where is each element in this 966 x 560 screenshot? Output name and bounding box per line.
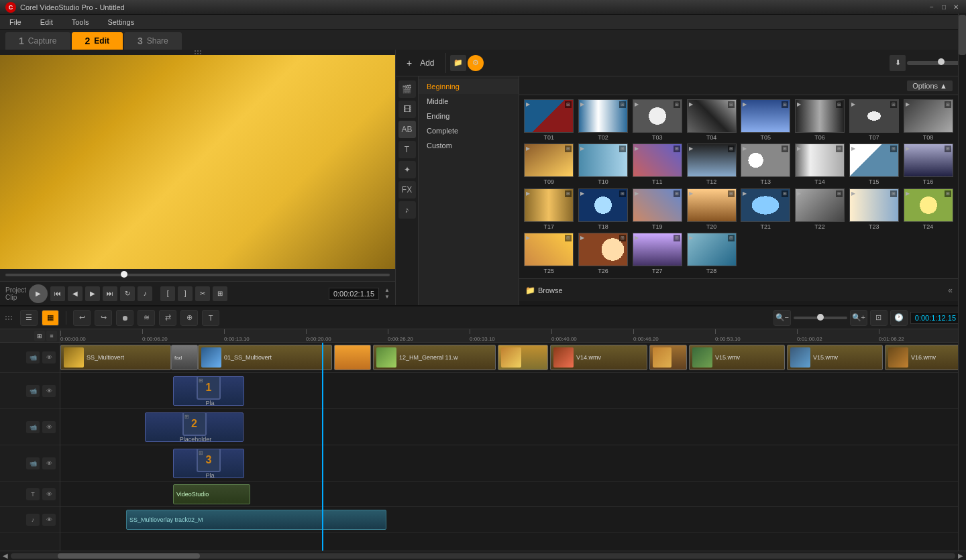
thumb-t19[interactable]: ▶ ⊞ T19 bbox=[632, 188, 684, 230]
collapse-tracks-button[interactable]: ≡ bbox=[46, 331, 57, 341]
tab-share[interactable]: 3 Share bbox=[124, 32, 182, 50]
video-tool-icon[interactable]: 🎬 bbox=[398, 80, 416, 98]
minimize-button[interactable]: − bbox=[927, 3, 936, 12]
prev-frame-button[interactable]: ⏮ bbox=[50, 286, 65, 301]
thumb-t15[interactable]: ▶ ⊞ T15 bbox=[849, 144, 900, 185]
scroll-right-button[interactable]: ▶ bbox=[958, 552, 963, 559]
timeline-vscroll[interactable] bbox=[958, 329, 966, 551]
thumb-t11[interactable]: ▶ ⊞ T11 bbox=[632, 144, 684, 185]
cat-complete[interactable]: Complete bbox=[419, 123, 519, 138]
thumb-t13[interactable]: ▶ ⊞ T13 bbox=[740, 144, 792, 185]
ov3-vis[interactable]: 👁 bbox=[42, 457, 56, 469]
zoom-in-button[interactable]: 🔍+ bbox=[850, 310, 867, 326]
options-button[interactable]: Options ▲ bbox=[907, 80, 953, 91]
clip-v16[interactable]: V16.wmv bbox=[885, 345, 966, 370]
video-track-vis[interactable]: 👁 bbox=[42, 351, 56, 363]
clock-button[interactable]: 🕐 bbox=[890, 310, 908, 326]
menu-settings[interactable]: Settings bbox=[103, 17, 138, 27]
clip-v15a[interactable]: V15.wmv bbox=[689, 345, 785, 370]
folder-icon[interactable]: 📁 bbox=[450, 55, 466, 71]
music-vis[interactable]: 👁 bbox=[42, 514, 56, 526]
collapse-left-button[interactable]: « bbox=[948, 286, 953, 295]
audio-tool-icon[interactable]: ♪ bbox=[398, 201, 416, 219]
thumb-t05[interactable]: ▶ ⊞ T05 bbox=[740, 99, 792, 141]
time-up[interactable]: ▲ bbox=[384, 287, 390, 293]
settings-icon[interactable]: ⚙ bbox=[468, 55, 484, 71]
thumb-t12[interactable]: ▶ ⊞ T12 bbox=[686, 144, 737, 185]
ov1-vis[interactable]: 👁 bbox=[42, 385, 56, 397]
close-button[interactable]: ✕ bbox=[951, 3, 961, 12]
thumb-t04[interactable]: ▶ ⊞ T04 bbox=[686, 99, 737, 141]
size-slider-thumb[interactable] bbox=[938, 58, 945, 65]
mix-button[interactable]: ⇄ bbox=[159, 310, 176, 326]
clip-fade[interactable]: fad bbox=[171, 345, 198, 370]
film-tool-icon[interactable]: 🎞 bbox=[398, 101, 416, 118]
browse-button[interactable]: Browse bbox=[538, 286, 563, 294]
record-button[interactable]: ⏺ bbox=[116, 310, 133, 326]
thumb-t02[interactable]: ▶ ⊞ T02 bbox=[578, 99, 629, 141]
clip-ss-multi[interactable]: SS_Multiovert bbox=[60, 345, 171, 370]
thumb-t26[interactable]: ▶ ⊞ T26 bbox=[578, 233, 629, 274]
thumb-t14[interactable]: ▶ ⊞ T14 bbox=[794, 144, 846, 185]
thumb-t20[interactable]: ▶ ⊞ T20 bbox=[686, 188, 737, 230]
ov2-vis[interactable]: 👁 bbox=[42, 421, 56, 433]
clip-v15b[interactable]: V15.wmv bbox=[787, 345, 883, 370]
txt-icon[interactable]: T bbox=[26, 488, 40, 500]
zoom-slider-thumb[interactable] bbox=[817, 314, 824, 321]
scrubber-track[interactable] bbox=[5, 274, 390, 276]
thumb-t22[interactable]: ▶ ⊞ T22 bbox=[794, 188, 846, 230]
title-button[interactable]: T bbox=[202, 310, 219, 326]
thumb-t23[interactable]: ▶ ⊞ T23 bbox=[849, 188, 900, 230]
undo-button[interactable]: ↩ bbox=[73, 310, 91, 326]
ov3-cam[interactable]: 📹 bbox=[26, 457, 40, 469]
thumb-t06[interactable]: ▶ ⊞ T06 bbox=[794, 99, 846, 141]
zoom-slider[interactable] bbox=[794, 317, 847, 319]
thumb-t21[interactable]: ▶ ⊞ T21 bbox=[740, 188, 792, 230]
clip-v14[interactable]: V14.wmv bbox=[550, 345, 647, 370]
cat-ending[interactable]: Ending bbox=[419, 109, 519, 123]
transition-button[interactable]: ⊕ bbox=[180, 310, 198, 326]
thumb-t09[interactable]: ▶ ⊞ T09 bbox=[523, 144, 575, 185]
video-track-cam[interactable]: 📹 bbox=[26, 351, 40, 363]
scrubber-thumb[interactable] bbox=[121, 271, 127, 278]
menu-edit[interactable]: Edit bbox=[36, 17, 57, 27]
thumb-t08[interactable]: ▶ ⊞ T08 bbox=[902, 99, 954, 141]
clip-12hm[interactable]: 12_HM_General 11.w bbox=[373, 345, 496, 370]
thumb-t18[interactable]: ▶ ⊞ T18 bbox=[578, 188, 629, 230]
thumb-t17[interactable]: ▶ ⊞ T17 bbox=[523, 188, 575, 230]
step-forward-button[interactable]: ▶ bbox=[85, 286, 100, 301]
title-tool-icon[interactable]: T bbox=[398, 141, 416, 158]
storyboard-button[interactable]: ▦ bbox=[42, 310, 59, 326]
music-icon[interactable]: ♪ bbox=[26, 514, 40, 526]
clip-01ss[interactable]: 01_SS_Multiovert bbox=[198, 345, 332, 370]
timeline-view-button[interactable]: ☰ bbox=[20, 310, 38, 326]
redo-button[interactable]: ↪ bbox=[95, 310, 112, 326]
clip-music[interactable]: SS_Multioverlay track02_M bbox=[126, 510, 386, 530]
clip-mid-orange[interactable] bbox=[498, 345, 548, 370]
expand-tracks-button[interactable]: ⊞ bbox=[34, 331, 45, 341]
thumb-t24[interactable]: ▶ ⊞ T24 bbox=[902, 188, 954, 230]
tab-capture[interactable]: 1 Capture bbox=[5, 32, 70, 50]
thumb-t25[interactable]: ▶ ⊞ T25 bbox=[523, 233, 575, 274]
thumb-t03[interactable]: ▶ ⊞ T03 bbox=[632, 99, 684, 141]
step-back-button[interactable]: ◀ bbox=[68, 286, 83, 301]
zoom-out-button[interactable]: 🔍− bbox=[773, 310, 791, 326]
txt-vis[interactable]: 👁 bbox=[42, 488, 56, 500]
thumb-t10[interactable]: ▶ ⊞ T10 bbox=[578, 144, 629, 185]
thumb-t07[interactable]: ▶ ⊞ T07 bbox=[849, 99, 900, 141]
split-button[interactable]: ⊞ bbox=[213, 286, 227, 301]
thumb-t16[interactable]: ▶ ⊞ T16 bbox=[902, 144, 954, 185]
preview-scrubber[interactable] bbox=[0, 269, 395, 281]
ov2-cam[interactable]: 📹 bbox=[26, 421, 40, 433]
cat-custom[interactable]: Custom bbox=[419, 138, 519, 153]
maximize-button[interactable]: □ bbox=[939, 3, 949, 12]
fit-button[interactable]: ⊡ bbox=[870, 310, 888, 326]
fx-tool-icon[interactable]: FX bbox=[398, 181, 416, 199]
hscroll-track[interactable] bbox=[11, 553, 955, 559]
thumb-t01[interactable]: ▶ ⊞ T01 bbox=[523, 99, 575, 141]
clip-placeholder2[interactable]: 2 ⊞ Placeholder bbox=[145, 412, 244, 442]
effect-tool-icon[interactable]: ✦ bbox=[398, 161, 416, 178]
loop-button[interactable]: ↻ bbox=[120, 286, 135, 301]
scroll-left-button[interactable]: ◀ bbox=[3, 552, 8, 559]
clip-orange2[interactable] bbox=[649, 345, 687, 370]
